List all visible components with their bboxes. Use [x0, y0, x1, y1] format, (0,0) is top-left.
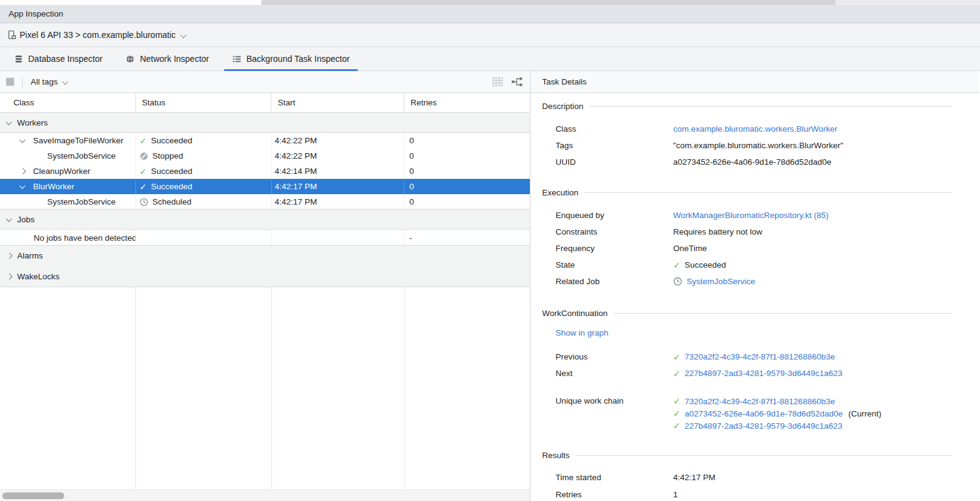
group-row-workers[interactable]: Workers — [0, 112, 530, 133]
current-marker: (Current) — [848, 409, 881, 418]
chevron-down-icon — [6, 120, 12, 126]
table-view-icon[interactable] — [489, 75, 505, 89]
task-toolbar: All tags — [0, 71, 530, 93]
scheduled-icon — [140, 198, 148, 206]
table-row-selected[interactable]: BlurWorker ✓Succeeded 4:42:17 PM 0 — [0, 179, 530, 194]
graph-view-icon[interactable] — [509, 75, 525, 89]
section-rule — [576, 455, 952, 456]
show-in-graph-link[interactable]: Show in graph — [556, 328, 608, 337]
inspector-tab-bar: Database Inspector Network Inspector Bac… — [0, 47, 980, 71]
column-header-status[interactable]: Status — [136, 93, 272, 112]
succeeded-icon: ✓ — [673, 352, 680, 362]
succeeded-icon: ✓ — [673, 260, 680, 270]
stopped-icon — [140, 152, 148, 160]
succeeded-icon: ✓ — [140, 182, 147, 192]
task-details-panel: Task Details Description Class com.examp… — [530, 71, 979, 501]
section-results: Results — [542, 450, 979, 460]
table-row-empty: No jobs have been detected - — [0, 230, 530, 246]
chain-item: ✓227b4897-2ad3-4281-9579-3d6449c1a623 — [673, 420, 881, 432]
detail-row-frequency: Frequency OneTime — [556, 240, 979, 257]
succeeded-icon: ✓ — [673, 409, 680, 418]
chevron-down-icon — [62, 79, 68, 85]
tab-network-inspector[interactable]: Network Inspector — [118, 47, 217, 70]
horizontal-scrollbar[interactable] — [0, 489, 530, 501]
table-row[interactable]: SaveImageToFileWorker ✓Succeeded 4:42:22… — [0, 133, 530, 148]
class-link[interactable]: com.example.bluromatic.workers.BlurWorke… — [673, 124, 837, 134]
related-job-link[interactable]: SystemJobService — [687, 277, 755, 286]
toolbar-divider — [22, 76, 23, 88]
succeeded-icon: ✓ — [673, 369, 680, 379]
tab-database-inspector[interactable]: Database Inspector — [6, 47, 110, 70]
detail-row-related-job: Related Job SystemJobService — [556, 273, 979, 290]
chevron-right-icon — [20, 168, 25, 174]
chain-item-current: ✓a0273452-626e-4a06-9d1e-78d6d52dad0e(Cu… — [673, 407, 881, 420]
detail-row-retries: Retries 1 — [556, 486, 979, 501]
section-rule — [584, 192, 952, 193]
detail-row-previous: Previous ✓7320a2f2-4c39-4c2f-87f1-881268… — [556, 348, 979, 365]
group-row-alarms[interactable]: Alarms — [0, 245, 530, 266]
detail-row-enqueued-by: Enqueued by WorkManagerBluromaticReposit… — [556, 207, 979, 224]
column-header-class[interactable]: Class — [0, 93, 136, 112]
column-divider — [271, 287, 272, 489]
detail-row-next: Next ✓227b4897-2ad3-4281-9579-3d6449c1a6… — [556, 365, 979, 382]
detail-row-constraints: Constraints Requires battery not low — [556, 224, 979, 240]
detail-row-class: Class com.example.bluromatic.workers.Blu… — [556, 121, 979, 137]
list-icon — [232, 55, 241, 64]
succeeded-icon: ✓ — [673, 421, 680, 431]
next-work-link[interactable]: 227b4897-2ad3-4281-9579-3d6449c1a623 — [685, 369, 842, 378]
previous-work-link[interactable]: 7320a2f2-4c39-4c2f-87f1-881268860b3e — [685, 352, 835, 361]
table-row[interactable]: SystemJobService Stopped 4:42:22 PM 0 — [0, 148, 530, 164]
column-divider — [135, 287, 136, 489]
chevron-down-icon[interactable] — [181, 32, 186, 38]
task-table-panel: All tags Class Status Start Retries — [0, 71, 530, 501]
table-header: Class Status Start Retries — [0, 93, 530, 113]
section-rule — [614, 313, 952, 314]
panel-title: App Inspection — [9, 9, 63, 18]
table-row[interactable]: CleanupWorker ✓Succeeded 4:42:14 PM 0 — [0, 164, 530, 179]
app-inspection-window: App Inspection Pixel 6 API 33 > com.exam… — [0, 0, 980, 501]
table-row[interactable]: SystemJobService Scheduled 4:42:17 PM 0 — [0, 194, 530, 209]
device-process-selector[interactable]: Pixel 6 API 33 > com.example.bluromatic — [20, 30, 176, 40]
detail-row-time-started: Time started 4:42:17 PM — [556, 469, 979, 486]
section-execution: Execution — [542, 187, 979, 197]
column-divider — [404, 287, 405, 489]
chevron-right-icon — [6, 253, 12, 258]
column-header-start[interactable]: Start — [271, 93, 404, 112]
top-strip-middle — [262, 0, 835, 5]
chevron-right-icon — [6, 274, 12, 279]
stop-inspection-icon[interactable] — [6, 78, 14, 86]
top-strip-left — [0, 0, 262, 5]
globe-icon — [126, 55, 135, 64]
succeeded-icon: ✓ — [140, 136, 147, 146]
chain-work-link[interactable]: 7320a2f2-4c39-4c2f-87f1-881268860b3e — [685, 397, 835, 406]
task-details-header: Task Details — [530, 71, 979, 93]
detail-row-state: State ✓Succeeded — [556, 257, 979, 273]
chevron-down-icon — [20, 184, 25, 189]
database-icon — [14, 55, 23, 64]
top-strip — [0, 0, 980, 5]
section-description: Description — [542, 101, 979, 111]
clock-icon — [673, 277, 682, 286]
table-empty-area — [0, 287, 530, 489]
section-rule — [590, 106, 952, 107]
tag-filter-dropdown[interactable]: All tags — [31, 77, 68, 86]
tab-background-task-inspector[interactable]: Background Task Inspector — [224, 47, 358, 70]
chain-work-link[interactable]: 227b4897-2ad3-4281-9579-3d6449c1a623 — [685, 421, 842, 431]
detail-row-tags: Tags "com.example.bluromatic.workers.Blu… — [556, 137, 979, 154]
succeeded-icon: ✓ — [140, 167, 147, 176]
detail-row-uuid: UUID a0273452-626e-4a06-9d1e-78d6d52dad0… — [556, 154, 979, 170]
chevron-down-icon — [20, 138, 25, 143]
chain-item: ✓7320a2f2-4c39-4c2f-87f1-881268860b3e — [673, 395, 881, 407]
column-header-retries[interactable]: Retries — [404, 93, 530, 112]
group-row-jobs[interactable]: Jobs — [0, 209, 530, 230]
group-row-wakelocks[interactable]: WakeLocks — [0, 266, 530, 287]
top-strip-right — [835, 0, 980, 5]
succeeded-icon: ✓ — [673, 396, 680, 406]
chain-work-link[interactable]: a0273452-626e-4a06-9d1e-78d6d52dad0e — [685, 409, 843, 418]
device-process-bar: Pixel 6 API 33 > com.example.bluromatic — [0, 23, 980, 47]
section-workcontinuation: WorkContinuation — [542, 308, 979, 318]
device-phone-icon — [7, 30, 17, 40]
task-details-content: Description Class com.example.bluromatic… — [530, 93, 979, 501]
enqueued-by-link[interactable]: WorkManagerBluromaticRepository.kt (85) — [673, 211, 829, 220]
scrollbar-thumb[interactable] — [2, 492, 64, 499]
